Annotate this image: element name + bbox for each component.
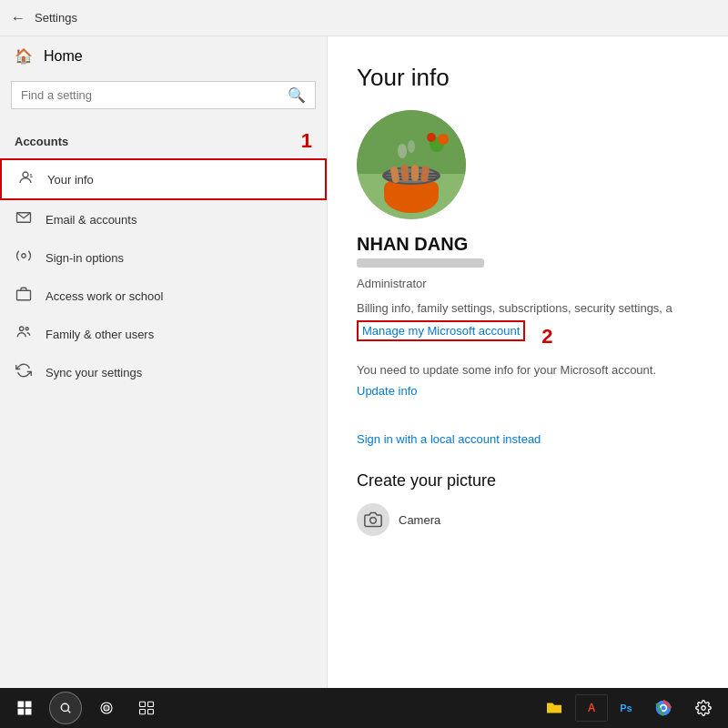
content-panel: Your info <box>328 36 728 688</box>
svg-rect-37 <box>148 702 154 706</box>
email-accounts-label: Email & accounts <box>46 213 136 227</box>
taskbar: A Ps <box>0 688 728 728</box>
work-school-label: Access work or school <box>46 289 163 303</box>
camera-label: Camera <box>399 513 440 527</box>
start-button[interactable] <box>5 689 44 727</box>
sync-icon <box>15 362 33 382</box>
accounts-heading: Accounts 1 <box>0 120 327 158</box>
user-name: NHAN DANG <box>357 234 699 255</box>
svg-point-35 <box>104 705 109 711</box>
sign-in-icon <box>15 248 33 268</box>
svg-rect-30 <box>18 709 25 715</box>
title-bar: ← Settings <box>0 0 728 36</box>
back-button[interactable]: ← <box>11 10 25 26</box>
profile-avatar <box>357 110 466 219</box>
camera-icon <box>357 503 389 536</box>
update-info-link[interactable]: Update info <box>357 384 418 398</box>
svg-rect-39 <box>148 710 154 714</box>
svg-point-25 <box>398 144 407 158</box>
your-info-label: Your info <box>47 173 94 187</box>
task-view-button[interactable] <box>127 689 166 727</box>
svg-point-27 <box>370 518 377 524</box>
family-users-icon <box>15 324 33 344</box>
billing-text: Billing info, family settings, subscript… <box>357 301 699 315</box>
photoshop-button[interactable]: Ps <box>610 694 642 722</box>
family-users-label: Family & other users <box>46 328 154 341</box>
search-input[interactable] <box>21 88 282 102</box>
local-account-link[interactable]: Sign in with a local account instead <box>357 432 699 446</box>
your-info-icon <box>16 169 35 189</box>
nav-email-accounts[interactable]: Email & accounts <box>0 200 327 238</box>
acrobat-button[interactable]: A <box>575 694 608 722</box>
sign-in-label: Sign-in options <box>46 251 124 265</box>
home-label: Home <box>44 48 83 65</box>
cortana-button[interactable] <box>87 689 126 727</box>
svg-rect-29 <box>25 702 32 708</box>
sidebar-home[interactable]: 🏠 Home <box>0 36 327 76</box>
update-notice-text: You need to update some info for your Mi… <box>357 363 699 377</box>
svg-rect-38 <box>140 710 146 714</box>
work-school-icon <box>15 286 33 306</box>
svg-point-4 <box>22 254 26 258</box>
step-number-2: 2 <box>541 325 552 349</box>
taskbar-search-button[interactable] <box>49 692 82 724</box>
search-box: 🔍 <box>11 81 316 109</box>
accounts-label: Accounts <box>15 135 68 148</box>
manage-microsoft-account-link[interactable]: Manage my Microsoft account <box>357 320 525 341</box>
search-icon: 🔍 <box>288 86 306 104</box>
sidebar: 🏠 Home 🔍 Accounts 1 Your info <box>0 36 328 688</box>
nav-sync[interactable]: Sync your settings <box>0 353 327 391</box>
svg-point-7 <box>25 328 28 330</box>
svg-rect-28 <box>18 702 25 708</box>
manage-link-container: Manage my Microsoft account 2 <box>357 320 525 352</box>
svg-line-33 <box>68 711 71 713</box>
svg-point-24 <box>427 133 436 142</box>
svg-rect-36 <box>140 702 146 706</box>
user-role: Administrator <box>357 277 699 290</box>
chrome-button[interactable] <box>644 689 682 727</box>
svg-point-32 <box>61 703 68 711</box>
home-icon: 🏠 <box>15 47 33 65</box>
settings-taskbar-button[interactable] <box>684 689 723 727</box>
svg-point-26 <box>408 140 415 153</box>
nav-sign-in[interactable]: Sign-in options <box>0 238 327 277</box>
nav-family-users[interactable]: Family & other users <box>0 315 327 353</box>
sync-label: Sync your settings <box>46 366 142 379</box>
svg-point-23 <box>438 134 449 145</box>
svg-point-0 <box>23 172 28 177</box>
page-title: Your info <box>357 64 699 92</box>
user-email-blurred <box>357 258 484 268</box>
svg-rect-20 <box>411 165 419 181</box>
svg-point-43 <box>702 706 706 711</box>
create-picture-title: Create your picture <box>357 471 699 490</box>
camera-row[interactable]: Camera <box>357 503 699 536</box>
file-explorer-button[interactable] <box>535 689 573 727</box>
svg-rect-5 <box>17 290 31 300</box>
nav-your-info[interactable]: Your info <box>0 158 327 200</box>
nav-work-school[interactable]: Access work or school <box>0 277 327 315</box>
step-number-1: 1 <box>301 129 312 153</box>
email-accounts-icon <box>15 209 33 229</box>
window-title: Settings <box>35 11 77 25</box>
main-area: 🏠 Home 🔍 Accounts 1 Your info <box>0 36 728 688</box>
svg-rect-31 <box>25 709 32 715</box>
svg-point-6 <box>20 327 25 331</box>
